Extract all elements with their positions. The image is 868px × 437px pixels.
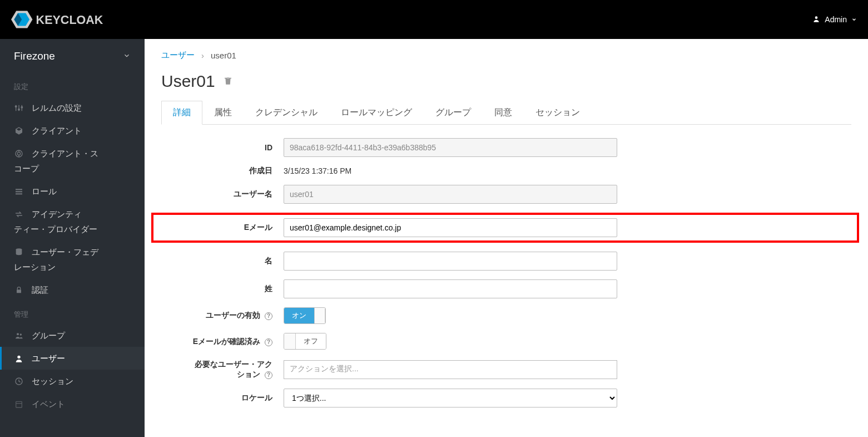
nav-label: レルムの設定 — [32, 102, 82, 114]
tab-sessions[interactable]: セッション — [524, 101, 592, 125]
input-firstname[interactable] — [284, 252, 617, 271]
topbar: KEYCLOAK Admin — [0, 0, 868, 39]
breadcrumb-root[interactable]: ユーザー — [161, 50, 195, 61]
realm-name: Firezone — [14, 50, 55, 62]
nav-label: イベント — [32, 398, 65, 410]
tab-details[interactable]: 詳細 — [161, 101, 202, 125]
nav-label: グループ — [32, 330, 65, 341]
svg-point-9 — [18, 109, 20, 110]
tab-credentials[interactable]: クレデンシャル — [244, 101, 329, 125]
input-email[interactable] — [284, 218, 617, 237]
svg-point-10 — [21, 106, 23, 108]
database-icon — [14, 248, 24, 257]
delete-button[interactable] — [223, 76, 233, 87]
tab-groups[interactable]: グループ — [424, 101, 483, 125]
row-username: ユーザー名 — [161, 185, 851, 204]
toggle-email-verified[interactable]: オフ — [284, 333, 326, 350]
nav-label: 認証 — [32, 284, 48, 296]
svg-rect-16 — [16, 191, 22, 192]
label-locale: ロケール — [161, 393, 284, 403]
input-lastname[interactable] — [284, 279, 617, 298]
tab-consents[interactable]: 同意 — [483, 101, 524, 125]
nav-label-cont: コープ — [14, 159, 131, 174]
toggle-off-label: オフ — [295, 333, 326, 349]
row-firstname: 名 — [161, 252, 851, 271]
svg-rect-19 — [17, 289, 21, 293]
sidebar-item-authentication[interactable]: 認証 — [0, 278, 145, 301]
sidebar: Firezone 設定 レルムの設定 クライアント クライアント・ス コープ ロ… — [0, 39, 145, 437]
user-icon — [812, 15, 820, 24]
label-lastname: 姓 — [161, 284, 284, 294]
page-title-row: User01 — [161, 72, 851, 91]
input-username — [284, 185, 617, 204]
help-icon[interactable]: ? — [265, 312, 272, 320]
globe-icon — [14, 149, 24, 158]
svg-point-4 — [815, 16, 818, 19]
svg-rect-17 — [16, 193, 22, 194]
sidebar-section-manage-title: 管理 — [0, 301, 145, 324]
sidebar-item-roles[interactable]: ロール — [0, 180, 145, 203]
realm-selector[interactable]: Firezone — [0, 39, 145, 73]
tab-role-mappings[interactable]: ロールマッピング — [329, 101, 424, 125]
page-title: User01 — [161, 72, 215, 91]
calendar-icon — [14, 400, 24, 409]
users-icon — [14, 331, 24, 340]
label-enabled: ユーザーの有効 ? — [161, 311, 284, 321]
svg-point-20 — [17, 333, 19, 335]
row-lastname: 姓 — [161, 279, 851, 298]
chevron-down-icon — [851, 15, 857, 24]
svg-rect-15 — [16, 189, 22, 190]
user-icon — [14, 354, 24, 363]
value-created: 3/15/23 1:37:16 PM — [284, 166, 351, 175]
clock-icon — [14, 377, 24, 386]
user-label: Admin — [825, 15, 847, 24]
nav-label: クライアント・ス — [32, 148, 98, 159]
nav-label: ユーザー・フェデ — [32, 246, 98, 258]
exchange-icon — [14, 210, 24, 219]
highlight-email: Eメール — [151, 213, 859, 243]
nav-label: アイデンティ — [32, 208, 82, 220]
nav-label: ユーザー — [32, 352, 65, 364]
sidebar-section-settings-title: 設定 — [0, 73, 145, 96]
toggle-on-label: オン — [284, 308, 314, 323]
svg-point-12 — [17, 152, 20, 155]
help-icon[interactable]: ? — [265, 338, 272, 346]
chevron-down-icon — [123, 50, 131, 62]
select-required-actions[interactable]: アクションを選択... — [284, 360, 617, 379]
svg-rect-24 — [16, 401, 22, 407]
row-required-actions: 必要なユーザー・アク ション ? アクションを選択... — [161, 360, 851, 380]
tab-attributes[interactable]: 属性 — [202, 101, 244, 125]
list-icon — [14, 187, 24, 196]
sidebar-item-groups[interactable]: グループ — [0, 324, 145, 347]
logo[interactable]: KEYCLOAK — [11, 8, 122, 31]
row-enabled: ユーザーの有効 ? オン — [161, 307, 851, 324]
sidebar-item-users[interactable]: ユーザー — [0, 347, 145, 370]
label-username: ユーザー名 — [161, 189, 284, 199]
toggle-handle — [314, 308, 325, 323]
user-menu[interactable]: Admin — [812, 15, 857, 24]
svg-point-8 — [15, 106, 17, 107]
sidebar-item-client-scopes[interactable]: クライアント・ス コープ — [0, 142, 145, 180]
tabs: 詳細 属性 クレデンシャル ロールマッピング グループ 同意 セッション — [161, 101, 851, 125]
lock-icon — [14, 286, 24, 294]
help-icon[interactable]: ? — [265, 371, 272, 379]
sidebar-item-events[interactable]: イベント — [0, 392, 145, 415]
label-firstname: 名 — [161, 256, 284, 266]
sidebar-item-realm-settings[interactable]: レルムの設定 — [0, 96, 145, 119]
toggle-enabled[interactable]: オン — [284, 307, 326, 324]
sidebar-item-identity-providers[interactable]: アイデンティ ティー・プロバイダー — [0, 203, 145, 240]
cube-icon — [14, 126, 24, 135]
label-required-actions: 必要なユーザー・アク ション ? — [161, 360, 284, 380]
row-created: 作成日 3/15/23 1:37:16 PM — [161, 166, 851, 176]
select-locale[interactable]: 1つ選択... — [284, 389, 617, 407]
toggle-handle — [284, 333, 295, 349]
row-locale: ロケール 1つ選択... — [161, 389, 851, 407]
nav-label: ロール — [32, 185, 57, 197]
sliders-icon — [14, 104, 24, 112]
sidebar-item-user-federation[interactable]: ユーザー・フェデ レーション — [0, 240, 145, 278]
sidebar-item-sessions[interactable]: セッション — [0, 370, 145, 392]
svg-point-22 — [17, 355, 20, 358]
nav-label: クライアント — [32, 125, 82, 136]
sidebar-item-clients[interactable]: クライアント — [0, 119, 145, 142]
nav-label-cont: ティー・プロバイダー — [14, 220, 131, 235]
